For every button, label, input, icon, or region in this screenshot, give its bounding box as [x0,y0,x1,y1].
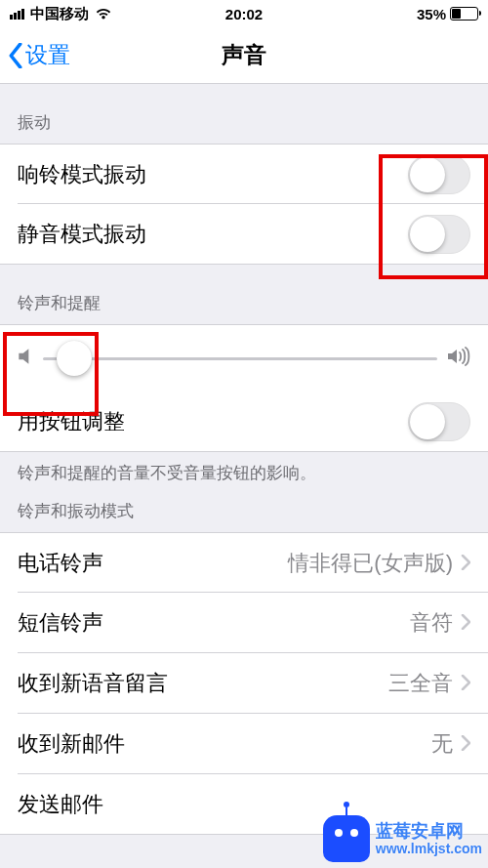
chevron-right-icon [461,610,470,636]
page-title: 声音 [222,40,266,70]
ringtone-value: 情非得已(女声版) [288,549,453,578]
status-bar: 中国移动 20:02 35% [0,0,488,27]
back-label: 设置 [25,40,70,70]
sounds-group: 电话铃声 情非得已(女声版) 短信铃声 音符 收到新语音留言 三全音 收到新邮件… [0,532,488,835]
volume-high-icon [447,347,470,370]
watermark-url: www.lmkjst.com [376,841,482,856]
battery-icon [450,7,478,21]
cell-change-with-buttons: 用按钮调整 [0,392,488,452]
carrier-label: 中国移动 [30,5,89,23]
voicemail-label: 收到新语音留言 [18,669,168,698]
chevron-right-icon [461,731,470,757]
ringer-footer: 铃声和提醒的音量不受音量按钮的影响。 [0,452,488,490]
volume-slider-thumb[interactable] [57,341,92,376]
ring-vibrate-label: 响铃模式振动 [18,160,146,189]
ring-vibrate-toggle[interactable] [408,155,470,194]
volume-low-icon [18,347,33,370]
new-mail-value: 无 [431,729,453,759]
watermark-title: 蓝莓安卓网 [376,821,482,842]
section-header-ringer: 铃声和提醒 [0,265,488,324]
change-with-buttons-label: 用按钮调整 [18,407,125,436]
section-header-vibration: 振动 [0,84,488,144]
battery-percent: 35% [417,6,446,22]
sent-mail-label: 发送邮件 [18,790,103,819]
cell-ring-vibrate: 响铃模式振动 [0,144,488,204]
text-tone-value: 音符 [410,608,453,638]
chevron-right-icon [461,551,470,576]
cell-ringtone[interactable]: 电话铃声 情非得已(女声版) [0,532,488,593]
cell-voicemail[interactable]: 收到新语音留言 三全音 [0,653,488,714]
silent-vibrate-label: 静音模式振动 [18,220,146,249]
watermark: 蓝莓安卓网 www.lmkjst.com [323,815,482,862]
volume-slider[interactable] [43,357,437,360]
watermark-bot-icon [323,815,370,862]
voicemail-value: 三全音 [388,669,453,698]
status-left: 中国移动 [10,5,112,23]
cell-text-tone[interactable]: 短信铃声 音符 [0,593,488,653]
section-header-pattern: 铃声和振动模式 [0,490,488,532]
cell-silent-vibrate: 静音模式振动 [0,204,488,265]
text-tone-label: 短信铃声 [18,608,103,638]
chevron-left-icon [8,43,23,68]
change-with-buttons-group: 用按钮调整 [0,392,488,452]
cell-new-mail[interactable]: 收到新邮件 无 [0,714,488,774]
status-right: 35% [417,6,478,22]
change-with-buttons-toggle[interactable] [408,402,470,441]
wifi-icon [95,6,112,22]
status-time: 20:02 [225,6,263,22]
vibration-group: 响铃模式振动 静音模式振动 [0,144,488,265]
back-button[interactable]: 设置 [0,40,70,70]
chevron-right-icon [461,671,470,696]
ringtone-label: 电话铃声 [18,549,103,578]
cellular-signal-icon [10,9,24,20]
volume-slider-cell [0,324,488,392]
new-mail-label: 收到新邮件 [18,729,125,759]
silent-vibrate-toggle[interactable] [408,215,470,254]
nav-header: 设置 声音 [0,27,488,84]
